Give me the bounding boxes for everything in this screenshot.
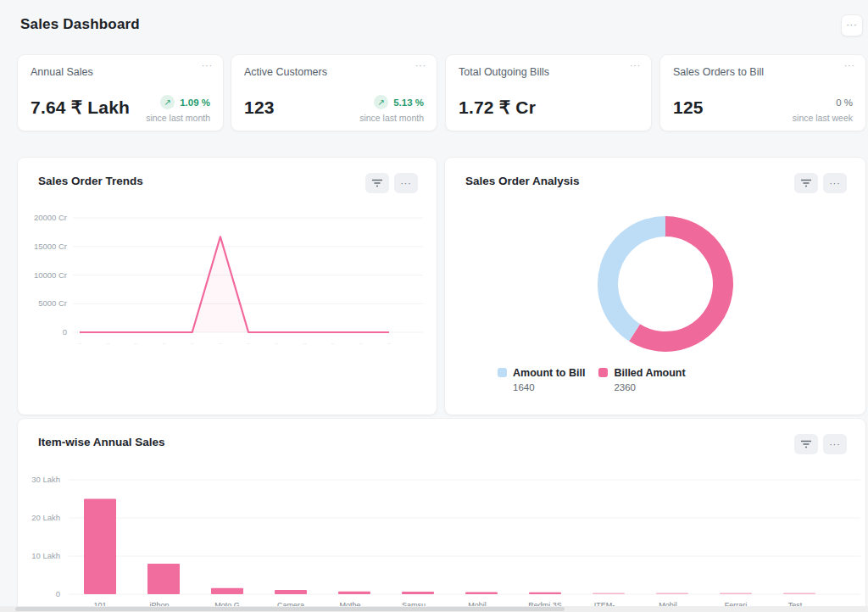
svg-text:··: ·· <box>191 341 194 346</box>
svg-text:··: ·· <box>106 341 109 346</box>
filter-button[interactable] <box>365 173 389 193</box>
kpi-title: Annual Sales <box>31 66 93 78</box>
trend-up-icon: ↗ <box>374 95 388 109</box>
sales-order-analysis-donut <box>593 211 738 357</box>
svg-text:10 Lakh: 10 Lakh <box>31 551 60 560</box>
kpi-value: 1.72 ₹ Cr <box>459 97 536 118</box>
svg-text:··: ·· <box>219 341 222 346</box>
legend-value: 2360 <box>614 382 685 392</box>
kpi-value: 123 <box>244 97 275 118</box>
trend-up-icon: ↗ <box>160 95 175 109</box>
svg-text:20 Lakh: 20 Lakh <box>31 513 60 522</box>
sales-order-trends-card: Sales Order Trends ··· 05000 Cr10000 Cr1… <box>17 157 437 415</box>
sales-order-analysis-card: Sales Order Analysis ··· Amount to Bill … <box>444 157 866 415</box>
svg-text:··: ·· <box>134 341 137 346</box>
kpi-more-button[interactable]: ··· <box>415 61 426 70</box>
filter-icon <box>800 178 812 188</box>
item-wise-annual-sales-card: Item-wise Annual Sales ··· 010 Lakh20 La… <box>17 418 866 612</box>
kpi-period: since last month <box>359 113 424 123</box>
svg-text:··: ·· <box>331 341 335 346</box>
kpi-more-button[interactable]: ··· <box>630 61 641 70</box>
chart-title: Sales Order Trends <box>38 175 143 187</box>
donut-legend: Amount to Bill 1640 Billed Amount 2360 <box>498 364 686 392</box>
svg-text:··: ·· <box>78 341 81 346</box>
horizontal-scrollbar[interactable] <box>0 606 868 612</box>
filter-icon <box>371 178 383 188</box>
legend-swatch-blue <box>498 368 507 377</box>
kpi-more-button[interactable]: ··· <box>202 61 213 70</box>
kpi-card-sales-orders-to-bill: Sales Orders to Bill ··· 125 0 % since l… <box>659 54 866 131</box>
ellipsis-icon: ··· <box>401 179 412 188</box>
kpi-title: Sales Orders to Bill <box>673 66 764 78</box>
kpi-card-active-customers: Active Customers ··· 123 ↗ 5.13 % since … <box>231 54 437 131</box>
ellipsis-icon: ··· <box>415 61 426 70</box>
chart-title: Sales Order Analysis <box>465 175 580 187</box>
svg-text:10000 Cr: 10000 Cr <box>34 270 67 280</box>
svg-text:··: ·· <box>275 341 278 346</box>
item-wise-annual-sales-chart: 010 Lakh20 Lakh30 Lakh101iPhon ...Moto G… <box>19 467 867 612</box>
kpi-title: Total Outgoing Bills <box>459 66 549 78</box>
ellipsis-icon: ··· <box>844 61 855 70</box>
chart-more-button[interactable]: ··· <box>823 434 847 454</box>
filter-icon <box>800 439 812 449</box>
kpi-value: 7.64 ₹ Lakh <box>31 97 130 118</box>
kpi-value: 125 <box>673 97 704 118</box>
kpi-period: since last week <box>793 113 853 123</box>
filter-button[interactable] <box>794 434 818 454</box>
chart-title: Item-wise Annual Sales <box>38 436 165 448</box>
svg-text:··: ·· <box>163 341 166 346</box>
svg-text:5000 Cr: 5000 Cr <box>38 298 67 308</box>
ellipsis-icon: ··· <box>830 179 841 188</box>
kpi-card-annual-sales: Annual Sales ··· 7.64 ₹ Lakh ↗ 1.09 % si… <box>17 54 224 131</box>
legend-label: Billed Amount <box>614 367 685 379</box>
svg-text:0: 0 <box>63 327 67 337</box>
sales-order-trends-chart: 05000 Cr10000 Cr15000 Cr20000 Cr········… <box>25 211 430 355</box>
chart-more-button[interactable]: ··· <box>823 173 847 193</box>
kpi-change: 0 % <box>836 97 853 108</box>
kpi-change: 5.13 % <box>393 97 424 108</box>
dashboard-more-button[interactable]: ··· <box>841 14 863 36</box>
scrollbar-thumb[interactable] <box>15 607 565 611</box>
page-title: Sales Dashboard <box>20 16 140 33</box>
ellipsis-icon: ··· <box>202 61 213 70</box>
svg-text:··: ·· <box>247 341 250 346</box>
svg-text:0: 0 <box>56 589 60 598</box>
legend-label: Amount to Bill <box>513 367 585 379</box>
filter-button[interactable] <box>794 173 818 193</box>
svg-text:30 Lakh: 30 Lakh <box>31 475 60 484</box>
chart-more-button[interactable]: ··· <box>394 173 418 193</box>
kpi-card-total-outgoing-bills: Total Outgoing Bills ··· 1.72 ₹ Cr <box>445 54 652 131</box>
ellipsis-icon: ··· <box>847 20 858 30</box>
kpi-title: Active Customers <box>244 66 327 78</box>
svg-text:··: ·· <box>359 341 363 346</box>
legend-value: 1640 <box>513 382 585 392</box>
sales-dashboard-page: Sales Dashboard ··· Annual Sales ··· 7.6… <box>0 0 868 612</box>
ellipsis-icon: ··· <box>630 61 641 70</box>
svg-text:··: ·· <box>303 341 306 346</box>
svg-text:20000 Cr: 20000 Cr <box>34 213 67 222</box>
kpi-period: since last month <box>146 113 210 123</box>
legend-swatch-pink <box>598 368 608 377</box>
legend-item: Amount to Bill 1640 <box>498 364 585 392</box>
kpi-change: 1.09 % <box>180 97 210 108</box>
svg-text:15000 Cr: 15000 Cr <box>34 242 67 251</box>
legend-item: Billed Amount 2360 <box>598 364 685 392</box>
ellipsis-icon: ··· <box>830 440 841 449</box>
kpi-more-button[interactable]: ··· <box>844 61 855 70</box>
svg-text:··: ·· <box>387 341 391 346</box>
